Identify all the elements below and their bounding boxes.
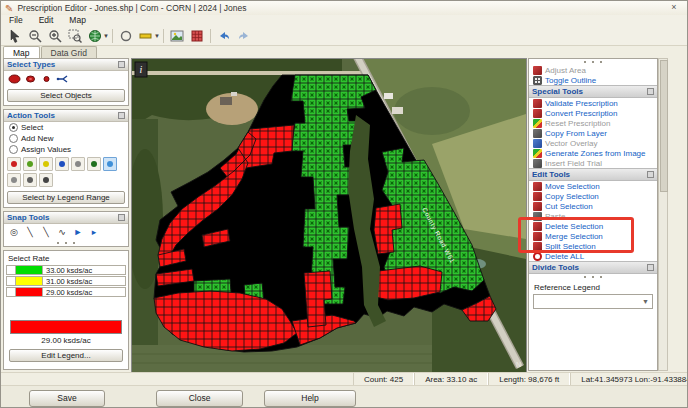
section-title: Divide Tools bbox=[532, 263, 647, 272]
help-button[interactable]: Help bbox=[264, 390, 356, 407]
pin-icon[interactable] bbox=[118, 214, 125, 221]
action-tool-icon[interactable] bbox=[7, 173, 21, 187]
radio-label: Add New bbox=[21, 134, 53, 143]
redo-icon[interactable] bbox=[234, 26, 254, 45]
pin-icon[interactable] bbox=[647, 171, 654, 178]
blue-tool-icon bbox=[533, 139, 542, 148]
save-button[interactable]: Save bbox=[29, 390, 105, 407]
zoom-out-icon[interactable] bbox=[25, 26, 45, 45]
snap-tool-icon[interactable]: ▸ bbox=[87, 226, 101, 238]
tool-item-validate-prescription[interactable]: Validate Prescription bbox=[529, 98, 657, 108]
legend-gutter bbox=[6, 287, 16, 297]
rate-legend-row[interactable]: 29.00 ksds/ac bbox=[6, 287, 126, 297]
radio-add-new[interactable]: Add New bbox=[4, 133, 128, 144]
pin-icon[interactable] bbox=[118, 112, 125, 119]
action-tool-icon[interactable] bbox=[55, 157, 69, 171]
blob-large-icon[interactable] bbox=[7, 73, 21, 85]
zoom-in-icon[interactable] bbox=[45, 26, 65, 45]
select-by-legend-range-button[interactable]: Select by Legend Range bbox=[7, 191, 125, 204]
snap-tool-icon[interactable]: ∿ bbox=[55, 226, 69, 238]
pin-icon[interactable] bbox=[118, 61, 125, 68]
right-panel-scrollbar[interactable] bbox=[658, 58, 668, 371]
pointer-icon[interactable] bbox=[5, 26, 25, 45]
tool-item-toggle-outline[interactable]: Toggle Outline bbox=[529, 75, 657, 85]
tool-item-label: Insert Field Trial bbox=[545, 159, 602, 168]
rate-legend-row[interactable]: 31.00 ksds/ac bbox=[6, 276, 126, 286]
action-tool-icon[interactable] bbox=[87, 157, 101, 171]
menu-edit[interactable]: Edit bbox=[31, 15, 62, 26]
panel-splitter[interactable] bbox=[4, 240, 128, 246]
radio-select[interactable]: Select bbox=[4, 122, 128, 133]
snap-tool-icon[interactable]: ◎ bbox=[7, 226, 21, 238]
rate-legend: 33.00 ksds/ac31.00 ksds/ac29.00 ksds/ac bbox=[6, 265, 126, 297]
zoom-box-icon[interactable] bbox=[65, 26, 85, 45]
action-tool-icon[interactable] bbox=[103, 157, 117, 171]
red-tool-icon bbox=[533, 222, 542, 231]
tool-item-merge-selection[interactable]: Merge Selection bbox=[529, 231, 657, 241]
chevron-down-icon[interactable]: ▼ bbox=[154, 33, 160, 39]
tool-item-copy-selection[interactable]: Copy Selection bbox=[529, 191, 657, 201]
select-objects-button[interactable]: Select Objects bbox=[7, 89, 125, 102]
tool-item-label: Copy From Layer bbox=[545, 129, 607, 138]
action-tool-icon[interactable] bbox=[39, 173, 53, 187]
tool-item-delete-selection[interactable]: Delete Selection bbox=[529, 221, 657, 231]
section-title: Edit Tools bbox=[532, 170, 647, 179]
close-button[interactable]: Close bbox=[156, 390, 243, 407]
chevron-down-icon[interactable]: ▼ bbox=[103, 33, 109, 39]
reference-legend-combobox[interactable]: ▼ bbox=[533, 294, 653, 309]
dot-icon bbox=[11, 177, 17, 183]
blob-medium-icon[interactable] bbox=[23, 73, 37, 85]
dot-icon bbox=[75, 161, 81, 167]
tool-item-generate-zones-from-image[interactable]: Generate Zones from Image bbox=[529, 148, 657, 158]
snap-tool-icon[interactable]: ╲ bbox=[23, 226, 37, 238]
tool-item-cut-selection[interactable]: Cut Selection bbox=[529, 201, 657, 211]
red-grid-icon[interactable] bbox=[187, 26, 207, 45]
map-view[interactable]: County Road W61 N i bbox=[131, 58, 527, 373]
tool-item-delete-all[interactable]: Delete ALL bbox=[529, 251, 657, 261]
tab-map[interactable]: Map bbox=[3, 46, 40, 58]
toolbar: ▼▼ bbox=[1, 26, 687, 46]
radio-assign-values[interactable]: Assign Values bbox=[4, 144, 128, 155]
action-tool-icon[interactable] bbox=[23, 173, 37, 187]
tool-item-split-selection[interactable]: Split Selection bbox=[529, 241, 657, 251]
globe-icon[interactable] bbox=[85, 26, 105, 45]
right-panel: Adjust AreaToggle Outline Special ToolsV… bbox=[528, 58, 658, 371]
scrollbar-thumb[interactable] bbox=[660, 60, 668, 192]
snap-glyph: ╲ bbox=[43, 227, 48, 237]
circle-icon[interactable] bbox=[116, 26, 136, 45]
red-tool-icon bbox=[533, 232, 542, 241]
blob-point-icon[interactable] bbox=[39, 73, 53, 85]
pin-icon[interactable] bbox=[647, 88, 654, 95]
action-tool-icon[interactable] bbox=[39, 157, 53, 171]
map-info-button[interactable]: i bbox=[135, 62, 147, 77]
red-tool-icon bbox=[533, 66, 542, 75]
snap-tool-icon[interactable]: ╲ bbox=[39, 226, 53, 238]
image-icon[interactable] bbox=[167, 26, 187, 45]
snap-tool-icon[interactable]: ► bbox=[71, 226, 85, 238]
rate-legend-row[interactable]: 33.00 ksds/ac bbox=[6, 265, 126, 275]
tool-item-copy-from-layer[interactable]: Copy From Layer bbox=[529, 128, 657, 138]
menu-map[interactable]: Map bbox=[61, 15, 94, 26]
swatch-icon[interactable] bbox=[136, 26, 156, 45]
tool-item-label: Split Selection bbox=[545, 242, 596, 251]
tool-item-move-selection[interactable]: Move Selection bbox=[529, 181, 657, 191]
tool-item-label: Delete ALL bbox=[545, 252, 584, 261]
chevron-down-icon: ▼ bbox=[642, 298, 649, 305]
select-types-icons bbox=[4, 71, 128, 87]
action-tool-icon[interactable] bbox=[71, 157, 85, 171]
section-header-edit-tools: Edit Tools bbox=[529, 168, 657, 181]
select-types-group: Select Types Select Objects bbox=[3, 58, 129, 106]
tool-item-convert-prescription[interactable]: Convert Prescription bbox=[529, 108, 657, 118]
action-tool-icon[interactable] bbox=[23, 157, 37, 171]
tab-data-grid[interactable]: Data Grid bbox=[41, 46, 97, 58]
close-button[interactable]: × bbox=[667, 2, 681, 13]
left-panel: Select Types Select Objects Action Tools… bbox=[3, 58, 129, 371]
edit-legend-button[interactable]: Edit Legend... bbox=[9, 349, 123, 362]
branch-icon[interactable] bbox=[55, 73, 69, 85]
pin-icon[interactable] bbox=[647, 264, 654, 271]
section-header-divide-tools: Divide Tools bbox=[529, 261, 657, 274]
snap-glyph: ◎ bbox=[10, 227, 18, 237]
menu-file[interactable]: File bbox=[1, 15, 31, 26]
action-tool-icon[interactable] bbox=[7, 157, 21, 171]
undo-icon[interactable] bbox=[214, 26, 234, 45]
